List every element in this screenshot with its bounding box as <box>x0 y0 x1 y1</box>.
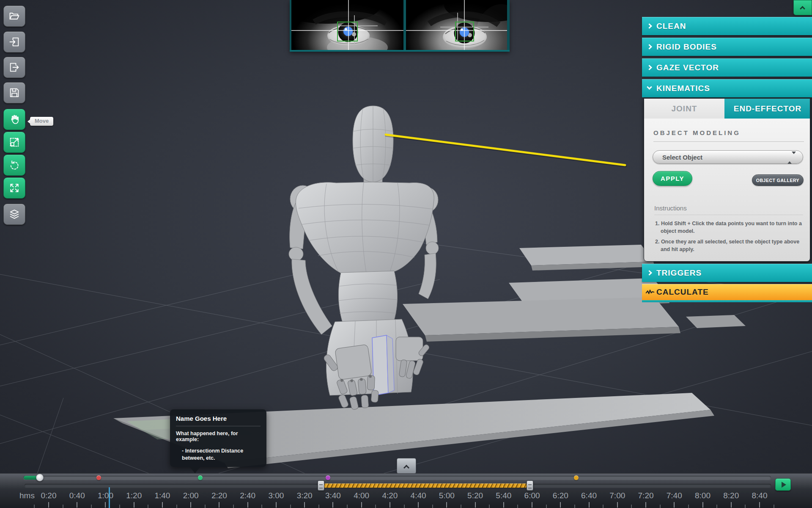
layers-icon <box>8 208 20 220</box>
section-triggers[interactable]: TRIGGERS <box>642 264 812 282</box>
timeline-cursor[interactable] <box>109 487 110 508</box>
timeline-tick-label: 2:00 <box>183 491 199 500</box>
save-button[interactable] <box>3 82 25 103</box>
fullscreen-tool-button[interactable] <box>3 177 25 199</box>
apply-button[interactable]: APPLY <box>653 171 692 186</box>
chevron-right-icon <box>647 23 652 29</box>
annotation-body: What happened here, for example: <box>176 431 261 442</box>
timeline-event-marker[interactable] <box>574 475 579 480</box>
selection-box[interactable] <box>372 335 394 395</box>
timeline-event-marker[interactable] <box>326 475 330 480</box>
import-icon <box>8 36 20 48</box>
timeline-tick-label: 8:00 <box>695 491 710 500</box>
scale-tool-button[interactable] <box>3 132 25 153</box>
timeline-tick-label: 5:40 <box>496 491 511 500</box>
select-object-dropdown[interactable]: Select Object <box>653 150 803 164</box>
layers-button[interactable] <box>3 204 25 225</box>
major-tick <box>759 502 760 508</box>
play-icon <box>782 482 786 488</box>
major-tick <box>446 502 447 508</box>
save-icon <box>8 87 20 99</box>
annotation-tooltip: Name Goes Here What happened here, for e… <box>170 409 266 467</box>
range-handle-left[interactable] <box>318 480 324 491</box>
timeline-tick-label: 0:20 <box>41 491 57 500</box>
eye-tracking-monitor[interactable] <box>290 0 510 52</box>
instruction-item: 2. Once they are all selected, select th… <box>655 238 804 253</box>
timeline-tick-label: 8:20 <box>723 491 739 500</box>
timeline-event-marker[interactable] <box>96 475 101 480</box>
minor-tick <box>603 505 604 508</box>
kinematics-panel: JOINT END-EFFECTOR OBJECT MODELING Selec… <box>644 98 810 262</box>
export-icon <box>8 61 20 73</box>
updown-arrows-icon <box>787 154 796 162</box>
minor-tick <box>716 505 717 508</box>
move-tool-button[interactable] <box>3 109 25 130</box>
calculate-button[interactable]: CALCULATE <box>642 284 812 300</box>
major-tick <box>77 502 77 508</box>
move-tooltip: Move <box>30 117 53 126</box>
section-gaze-vector[interactable]: GAZE VECTOR <box>642 58 812 77</box>
divider <box>176 426 261 426</box>
panel-edge-strip <box>642 300 812 302</box>
rotate-tool-button[interactable] <box>3 155 25 176</box>
section-rigid-bodies[interactable]: RIGID BODIES <box>642 38 812 56</box>
minor-tick <box>119 505 120 508</box>
select-object-value: Select Object <box>662 154 702 161</box>
annotation-title: Name Goes Here <box>176 415 261 422</box>
range-handle-right[interactable] <box>527 480 533 491</box>
apply-label: APPLY <box>661 175 684 182</box>
major-tick <box>674 502 675 508</box>
tab-joint[interactable]: JOINT <box>644 99 724 119</box>
major-tick <box>475 502 476 508</box>
minor-tick <box>404 505 405 508</box>
minor-tick <box>176 505 177 508</box>
minor-tick <box>290 505 291 508</box>
folder-icon <box>8 10 20 22</box>
timeline-scrub-bar[interactable] <box>23 476 771 480</box>
section-kinematics[interactable]: KINEMATICS <box>642 79 812 97</box>
timeline-expand-button[interactable] <box>397 458 416 474</box>
timeline-tick-label: 6:00 <box>524 491 540 500</box>
section-label: GAZE VECTOR <box>656 63 719 72</box>
section-clean[interactable]: CLEAN <box>642 17 812 35</box>
major-tick <box>589 502 590 508</box>
scale-icon <box>8 136 20 148</box>
major-tick <box>190 502 191 508</box>
panel-collapse-button[interactable] <box>793 0 812 15</box>
tab-end-effector[interactable]: END-EFFECTOR <box>724 99 810 119</box>
minor-tick <box>774 505 774 508</box>
minor-tick <box>546 505 547 508</box>
instruction-item: 1. Hold Shift + Click the data points yo… <box>655 220 804 235</box>
open-file-button[interactable] <box>3 6 25 27</box>
mannequin[interactable] <box>289 106 439 413</box>
application-window: Move CLEAN RIGID BODIES GAZE VECTOR KINE… <box>0 0 812 508</box>
object-modeling-title: OBJECT MODELING <box>653 129 741 136</box>
major-tick <box>503 502 504 508</box>
timeline-selection-range[interactable] <box>324 483 527 488</box>
annotation-bullet: - Intersectionm Distance between, etc. <box>182 447 250 462</box>
major-tick <box>702 502 703 508</box>
chevron-down-icon <box>647 84 652 90</box>
object-gallery-button[interactable]: OBJECT GALLERY <box>752 174 804 186</box>
timeline-event-marker[interactable] <box>198 475 203 480</box>
major-tick <box>390 502 390 508</box>
minor-tick <box>347 505 348 508</box>
timeline-tick-label: 2:40 <box>240 491 255 500</box>
major-tick <box>48 502 49 508</box>
major-tick <box>731 502 732 508</box>
play-button[interactable] <box>775 478 791 491</box>
minor-tick <box>432 505 433 508</box>
export-button[interactable] <box>3 57 25 78</box>
major-tick <box>247 502 248 508</box>
major-tick <box>617 502 618 508</box>
section-label: RIGID BODIES <box>656 42 717 52</box>
timeline-playhead-knob[interactable] <box>36 474 44 481</box>
major-tick <box>361 502 362 508</box>
divider <box>653 141 804 142</box>
timeline-tick-label: 7:40 <box>667 491 682 500</box>
minor-tick <box>375 505 376 508</box>
timeline-tick-label: 1:00 <box>98 491 113 500</box>
instructions-title: Instructions <box>654 204 687 212</box>
import-button[interactable] <box>3 31 25 52</box>
timeline-tick-label: 3:20 <box>297 491 313 500</box>
